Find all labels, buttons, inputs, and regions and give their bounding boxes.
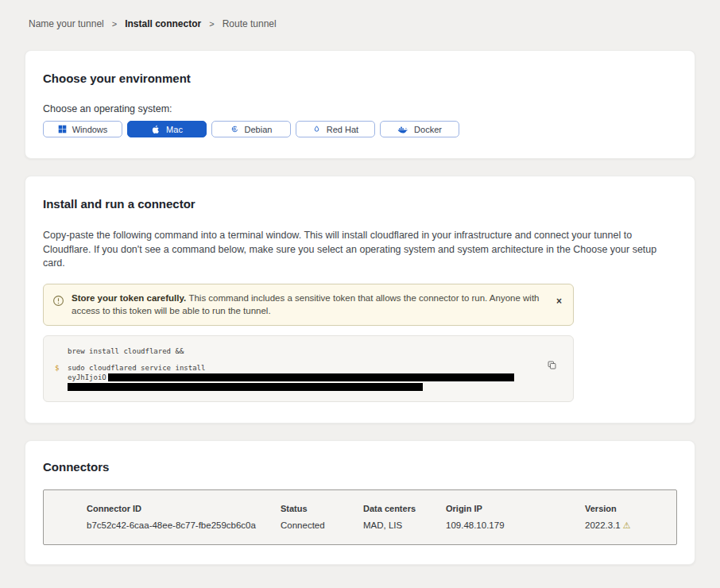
data-centers-value: MAD, LIS bbox=[363, 520, 446, 531]
close-icon[interactable]: × bbox=[556, 296, 562, 306]
os-button-mac[interactable]: Mac bbox=[127, 121, 207, 137]
copy-icon[interactable] bbox=[545, 358, 559, 372]
version-value: 2022.3.1⚠ bbox=[585, 520, 680, 531]
windows-icon bbox=[58, 125, 67, 133]
os-select-label: Choose an operating system: bbox=[43, 103, 677, 114]
redacted-token-bar bbox=[68, 383, 423, 391]
apple-icon bbox=[151, 125, 161, 134]
docker-icon bbox=[397, 125, 408, 133]
token-warning-banner: Store your token carefully. This command… bbox=[43, 284, 574, 326]
code-line-service-install: $ sudo cloudflared service install bbox=[55, 363, 525, 373]
os-button-label: Mac bbox=[166, 125, 183, 134]
tunnel-setup-page: Name your tunnel > Install connector > R… bbox=[0, 0, 720, 588]
header-status: Status bbox=[281, 504, 363, 513]
info-circle-icon bbox=[52, 295, 64, 310]
os-button-label: Red Hat bbox=[327, 125, 358, 134]
os-button-docker[interactable]: Docker bbox=[380, 121, 459, 137]
environment-card-title: Choose your environment bbox=[43, 72, 677, 85]
connectors-card: Connectors Connector ID Status Data cent… bbox=[25, 440, 695, 565]
header-connector-id: Connector ID bbox=[87, 504, 281, 513]
code-command-text: sudo cloudflared service install bbox=[68, 364, 205, 372]
token-prefix-text: eyJhIjoiO bbox=[68, 373, 106, 382]
environment-card: Choose your environment Choose an operat… bbox=[25, 50, 695, 159]
os-button-label: Windows bbox=[72, 125, 108, 134]
header-version: Version bbox=[585, 504, 680, 513]
os-button-debian[interactable]: Debian bbox=[211, 121, 291, 137]
code-line-brew: brew install cloudflared && bbox=[55, 346, 525, 356]
breadcrumb-separator: > bbox=[112, 19, 117, 29]
install-connector-card: Install and run a connector Copy-paste t… bbox=[25, 176, 695, 424]
breadcrumb-step-install-connector[interactable]: Install connector bbox=[125, 18, 201, 29]
header-data-centers: Data centers bbox=[363, 504, 446, 513]
origin-ip-value: 109.48.10.179 bbox=[446, 520, 585, 531]
os-button-label: Debian bbox=[245, 125, 273, 134]
connectors-table: Connector ID Status Data centers Origin … bbox=[43, 489, 677, 545]
connectors-table-header: Connector ID Status Data centers Origin … bbox=[44, 504, 676, 513]
install-card-title: Install and run a connector bbox=[43, 197, 677, 211]
breadcrumb-separator: > bbox=[209, 19, 214, 29]
table-row: b7c52c42-6caa-48ee-8c77-fbe259cb6c0a Con… bbox=[44, 520, 676, 531]
install-instructions: Copy-paste the following command into a … bbox=[43, 229, 677, 271]
breadcrumb-step-name-your-tunnel[interactable]: Name your tunnel bbox=[29, 18, 104, 29]
token-warning-text: Store your token carefully. This command… bbox=[72, 292, 546, 318]
redhat-icon bbox=[312, 125, 321, 133]
connector-id-value: b7c52c42-6caa-48ee-8c77-fbe259cb6c0a bbox=[87, 520, 281, 531]
breadcrumb-step-route-tunnel[interactable]: Route tunnel bbox=[223, 18, 277, 29]
os-button-windows[interactable]: Windows bbox=[43, 121, 122, 137]
token-warning-title: Store your token carefully. bbox=[72, 293, 188, 303]
header-origin-ip: Origin IP bbox=[446, 504, 585, 513]
connectors-card-title: Connectors bbox=[43, 460, 677, 474]
status-badge: Connected bbox=[281, 520, 363, 531]
shell-prompt: $ bbox=[55, 363, 59, 373]
install-command-codeblock: brew install cloudflared && $ sudo cloud… bbox=[43, 335, 574, 402]
code-line-token: eyJhIjoiO bbox=[55, 373, 525, 382]
version-number: 2022.3.1 bbox=[585, 520, 621, 530]
redacted-token-bar bbox=[108, 373, 514, 381]
os-button-label: Docker bbox=[414, 125, 442, 134]
os-button-group: Windows Mac Debian bbox=[43, 121, 677, 137]
debian-icon bbox=[230, 125, 239, 133]
breadcrumb: Name your tunnel > Install connector > R… bbox=[25, 0, 695, 29]
os-button-redhat[interactable]: Red Hat bbox=[296, 121, 375, 137]
version-warning-icon: ⚠ bbox=[623, 520, 631, 530]
